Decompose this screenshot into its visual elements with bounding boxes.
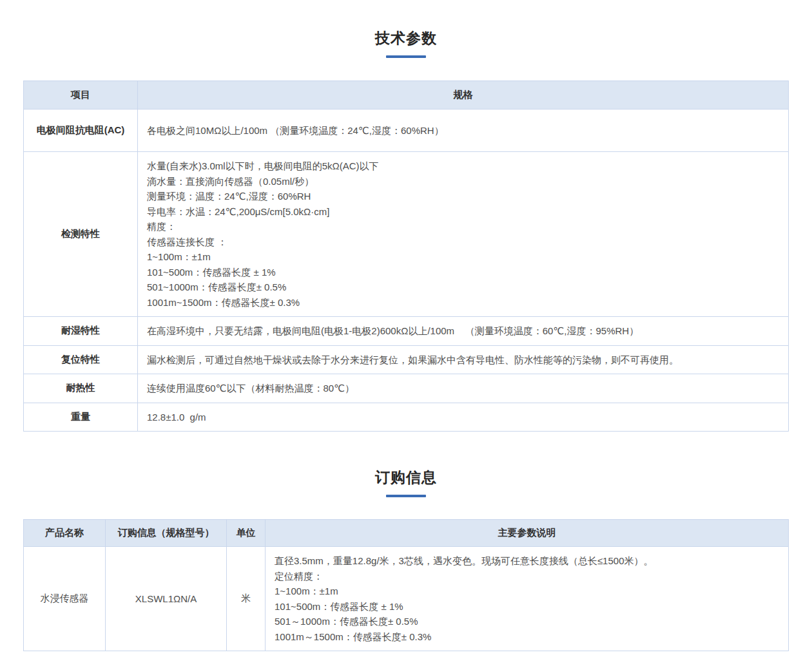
table-row: 水浸传感器 XLSWL1ΩN/A 米 直径3.5mm，重量12.8g/米，3芯线… — [24, 547, 789, 651]
order-info-title: 订购信息 — [23, 468, 789, 488]
row-label-humidity: 耐湿特性 — [24, 317, 138, 346]
spec-line: 测量环境：温度：24℃,湿度：60%RH — [147, 189, 779, 204]
row-spec-weight: 12.8±1.0 g/m — [138, 403, 789, 432]
row-label-detection: 检测特性 — [24, 152, 138, 317]
order-info-table: 产品名称 订购信息（规格型号） 单位 主要参数说明 水浸传感器 XLSWL1ΩN… — [23, 519, 789, 651]
spec-line: 直径3.5mm，重量12.8g/米，3芯线，遇水变色。现场可任意长度接线（总长≤… — [275, 553, 779, 569]
order-header-unit: 单位 — [227, 520, 266, 547]
spec-line: 在高湿环境中，只要无结露，电极间电阻(电极1-电极2)600kΩ以上/100m … — [147, 323, 779, 339]
tech-params-title-underline — [386, 55, 426, 58]
spec-line: 101~500m：传感器长度 ± 1% — [147, 265, 779, 280]
row-label-reset: 复位特性 — [24, 345, 138, 374]
row-spec-reset: 漏水检测后，可通过自然地干燥状或去除于水分来进行复位，如果漏水中含有导电性、防水… — [138, 345, 789, 374]
table-row: 耐热性 连续使用温度60℃以下（材料耐热温度：80℃） — [24, 374, 789, 403]
row-label-weight: 重量 — [24, 403, 138, 432]
order-params-description: 直径3.5mm，重量12.8g/米，3芯线，遇水变色。现场可任意长度接线（总长≤… — [266, 547, 789, 651]
order-table-header-row: 产品名称 订购信息（规格型号） 单位 主要参数说明 — [24, 520, 789, 547]
spec-page: 技术参数 项目 规格 电极间阻抗电阻(AC) 各电极之间10MΩ以上/100m … — [0, 0, 812, 657]
spec-line: 1001m～1500m：传感器长度± 0.3% — [275, 629, 779, 645]
row-spec-heat-resistance: 连续使用温度60℃以下（材料耐热温度：80℃） — [138, 374, 789, 403]
spec-line: 水量(自来水)3.0ml以下时，电极间电阻的5kΩ(AC)以下 — [147, 158, 779, 174]
spec-line: 精度： — [147, 219, 779, 234]
spec-line: 定位精度： — [275, 569, 779, 584]
spec-line: 滴水量：直接滴向传感器（0.05ml/秒） — [147, 174, 779, 189]
row-label-electrode-impedance: 电极间阻抗电阻(AC) — [24, 110, 138, 152]
order-model: XLSWL1ΩN/A — [106, 547, 227, 651]
spec-line: 101~500m：传感器长度 ± 1% — [275, 599, 779, 614]
table-row: 电极间阻抗电阻(AC) 各电极之间10MΩ以上/100m （测量环境温度：24℃… — [24, 110, 789, 152]
tech-header-item: 项目 — [24, 81, 138, 110]
order-info-section-header: 订购信息 — [23, 468, 789, 497]
order-header-model: 订购信息（规格型号） — [106, 520, 227, 547]
order-unit: 米 — [227, 547, 266, 651]
table-row: 耐湿特性 在高湿环境中，只要无结露，电极间电阻(电极1-电极2)600kΩ以上/… — [24, 317, 789, 346]
spec-line: 501~1000m：传感器长度± 0.5% — [147, 280, 779, 295]
spec-line: 传感器连接长度 ： — [147, 234, 779, 250]
order-header-params: 主要参数说明 — [266, 520, 789, 547]
row-spec-detection: 水量(自来水)3.0ml以下时，电极间电阻的5kΩ(AC)以下 滴水量：直接滴向… — [138, 152, 789, 317]
spec-line: 1~100m：±1m — [147, 249, 779, 265]
order-info-title-underline — [386, 495, 426, 497]
spec-line: 连续使用温度60℃以下（材料耐热温度：80℃） — [147, 381, 779, 396]
row-label-heat-resistance: 耐热性 — [24, 374, 138, 403]
spec-line: 导电率：水温：24℃,200μS/cm[5.0kΩ·cm] — [147, 204, 779, 220]
row-spec-humidity: 在高湿环境中，只要无结露，电极间电阻(电极1-电极2)600kΩ以上/100m … — [138, 317, 789, 346]
tech-header-spec: 规格 — [138, 81, 789, 110]
table-row: 重量 12.8±1.0 g/m — [24, 403, 789, 432]
spec-line: 12.8±1.0 g/m — [147, 410, 779, 425]
spec-line: 1~100m：±1m — [275, 584, 779, 599]
tech-table-header-row: 项目 规格 — [24, 81, 789, 110]
table-row: 复位特性 漏水检测后，可通过自然地干燥状或去除于水分来进行复位，如果漏水中含有导… — [24, 345, 789, 374]
spec-line: 1001m~1500m：传感器长度± 0.3% — [147, 295, 779, 310]
order-product-name: 水浸传感器 — [24, 547, 106, 651]
spec-line: 漏水检测后，可通过自然地干燥状或去除于水分来进行复位，如果漏水中含有导电性、防水… — [147, 352, 779, 368]
tech-params-section-header: 技术参数 — [23, 28, 789, 58]
table-row: 检测特性 水量(自来水)3.0ml以下时，电极间电阻的5kΩ(AC)以下 滴水量… — [24, 152, 789, 317]
spec-line: 501～1000m：传感器长度± 0.5% — [275, 614, 779, 629]
row-spec-electrode-impedance: 各电极之间10MΩ以上/100m （测量环境温度：24℃,湿度：60%RH） — [138, 110, 789, 152]
tech-params-table: 项目 规格 电极间阻抗电阻(AC) 各电极之间10MΩ以上/100m （测量环境… — [23, 81, 789, 432]
tech-params-title: 技术参数 — [23, 28, 789, 48]
order-header-product-name: 产品名称 — [24, 520, 106, 547]
spec-line: 各电极之间10MΩ以上/100m （测量环境温度：24℃,湿度：60%RH） — [147, 123, 779, 138]
